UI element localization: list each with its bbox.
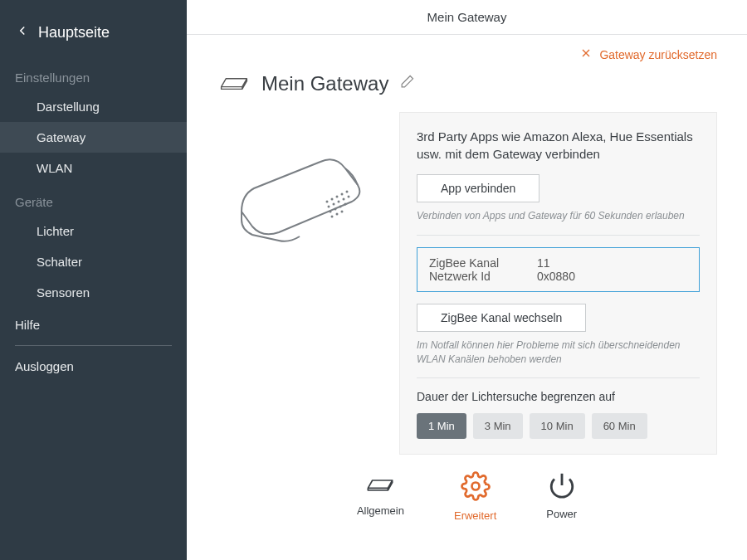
change-zigbee-button[interactable]: ZigBee Kanal wechseln bbox=[417, 304, 586, 332]
svg-point-4 bbox=[346, 191, 349, 193]
tab-erweitert[interactable]: Erweitert bbox=[454, 471, 496, 522]
back-label: Hauptseite bbox=[38, 24, 110, 41]
tab-label: Erweitert bbox=[454, 509, 496, 522]
tab-power[interactable]: Power bbox=[546, 471, 577, 522]
connect-hint: Verbinden von Apps und Gateway für 60 Se… bbox=[417, 209, 700, 223]
duration-60min[interactable]: 60 Min bbox=[592, 413, 647, 439]
duration-1min[interactable]: 1 Min bbox=[417, 413, 466, 439]
sidebar-item-wlan[interactable]: WLAN bbox=[0, 153, 187, 183]
reset-gateway-link[interactable]: Gateway zurücksetzen bbox=[579, 46, 717, 62]
back-button[interactable]: Hauptseite bbox=[0, 17, 187, 59]
svg-point-5 bbox=[328, 206, 330, 208]
svg-point-11 bbox=[334, 208, 337, 211]
svg-point-3 bbox=[341, 193, 344, 196]
duration-3min[interactable]: 3 Min bbox=[473, 413, 523, 439]
main: Mein Gateway Gateway zurücksetzen Mein G… bbox=[187, 0, 747, 560]
settings-panel: 3rd Party Apps wie Amazon Alexa, Hue Ess… bbox=[399, 112, 717, 455]
svg-point-2 bbox=[336, 196, 339, 198]
arrow-left-icon bbox=[15, 23, 30, 42]
connect-app-button[interactable]: App verbinden bbox=[417, 174, 540, 202]
tab-allgemein[interactable]: Allgemein bbox=[357, 471, 404, 522]
topbar: Mein Gateway bbox=[187, 0, 747, 35]
svg-point-1 bbox=[331, 198, 334, 201]
topbar-title: Mein Gateway bbox=[427, 10, 507, 24]
duration-pills: 1 Min 3 Min 10 Min 60 Min bbox=[417, 413, 700, 439]
power-icon bbox=[548, 471, 576, 503]
svg-point-17 bbox=[471, 483, 479, 490]
page-title: Mein Gateway bbox=[261, 72, 388, 95]
tab-label: Power bbox=[546, 508, 577, 520]
sidebar-item-sensoren[interactable]: Sensoren bbox=[0, 277, 187, 308]
section-settings-label: Einstellungen bbox=[0, 59, 187, 91]
svg-point-15 bbox=[336, 213, 339, 216]
svg-point-10 bbox=[330, 211, 332, 213]
svg-point-9 bbox=[348, 196, 350, 198]
svg-point-12 bbox=[339, 206, 342, 208]
edit-icon[interactable] bbox=[398, 74, 415, 94]
svg-point-14 bbox=[331, 216, 334, 218]
zigbee-channel-value: 11 bbox=[537, 256, 550, 270]
svg-point-16 bbox=[341, 211, 344, 213]
tab-label: Allgemein bbox=[357, 504, 404, 517]
device-illustration bbox=[217, 112, 383, 455]
zigbee-info-box[interactable]: ZigBee Kanal 11 Netzwerk Id 0x0880 bbox=[417, 247, 700, 292]
sidebar-item-schalter[interactable]: Schalter bbox=[0, 246, 187, 277]
connect-description: 3rd Party Apps wie Amazon Alexa, Hue Ess… bbox=[417, 128, 700, 163]
sidebar-item-gateway[interactable]: Gateway bbox=[0, 122, 187, 153]
zigbee-hint: Im Notfall können hier Probleme mit sich… bbox=[417, 338, 700, 367]
duration-label: Dauer der Lichtersuche begrenzen auf bbox=[417, 390, 700, 403]
device-icon bbox=[217, 71, 251, 97]
svg-point-7 bbox=[338, 201, 340, 203]
sidebar-item-darstellung[interactable]: Darstellung bbox=[0, 91, 187, 122]
zigbee-channel-label: ZigBee Kanal bbox=[429, 256, 537, 270]
section-devices-label: Geräte bbox=[0, 183, 187, 216]
sidebar-item-hilfe[interactable]: Hilfe bbox=[0, 308, 187, 342]
svg-point-8 bbox=[343, 198, 345, 201]
svg-point-0 bbox=[326, 201, 329, 203]
title-row: Mein Gateway bbox=[217, 71, 717, 97]
divider bbox=[417, 377, 700, 378]
reset-label: Gateway zurücksetzen bbox=[599, 48, 717, 61]
svg-point-13 bbox=[344, 203, 347, 206]
sidebar: Hauptseite Einstellungen Darstellung Gat… bbox=[0, 0, 187, 560]
network-id-value: 0x0880 bbox=[537, 270, 575, 283]
bottom-tabs: Allgemein Erweitert Power bbox=[217, 455, 717, 538]
duration-10min[interactable]: 10 Min bbox=[530, 413, 585, 439]
network-id-label: Netzwerk Id bbox=[429, 270, 537, 283]
sidebar-item-ausloggen[interactable]: Ausloggen bbox=[0, 349, 187, 383]
svg-point-6 bbox=[333, 203, 335, 206]
reset-icon bbox=[579, 46, 593, 62]
divider bbox=[15, 345, 172, 346]
divider bbox=[417, 235, 700, 236]
sidebar-item-lichter[interactable]: Lichter bbox=[0, 216, 187, 246]
device-icon bbox=[364, 471, 397, 499]
gear-icon bbox=[461, 471, 491, 504]
